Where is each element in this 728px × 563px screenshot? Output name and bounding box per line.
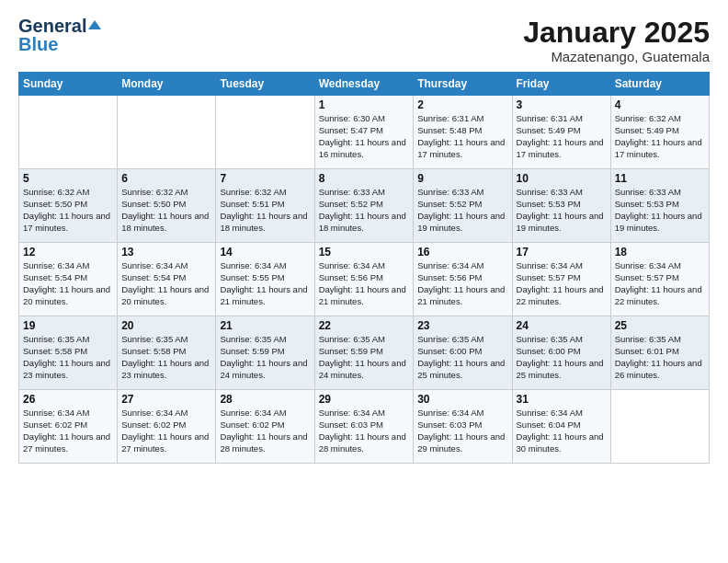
table-row: 15Sunrise: 6:34 AM Sunset: 5:56 PM Dayli… [314, 243, 414, 316]
day-info: Sunrise: 6:34 AM Sunset: 5:54 PM Dayligh… [23, 260, 113, 307]
table-row: 7Sunrise: 6:32 AM Sunset: 5:51 PM Daylig… [216, 169, 314, 243]
day-info: Sunrise: 6:35 AM Sunset: 5:59 PM Dayligh… [220, 334, 310, 381]
table-row: 17Sunrise: 6:34 AM Sunset: 5:57 PM Dayli… [512, 243, 610, 316]
table-row: 29Sunrise: 6:34 AM Sunset: 6:03 PM Dayli… [314, 390, 414, 464]
table-row: 3Sunrise: 6:31 AM Sunset: 5:49 PM Daylig… [512, 96, 610, 169]
calendar-table: Sunday Monday Tuesday Wednesday Thursday… [18, 72, 710, 464]
table-row: 25Sunrise: 6:35 AM Sunset: 6:01 PM Dayli… [610, 316, 709, 390]
day-number: 13 [121, 246, 211, 259]
table-row: 20Sunrise: 6:35 AM Sunset: 5:58 PM Dayli… [118, 316, 216, 390]
day-info: Sunrise: 6:33 AM Sunset: 5:52 PM Dayligh… [319, 187, 410, 234]
day-number: 16 [417, 246, 507, 259]
table-row: 11Sunrise: 6:33 AM Sunset: 5:53 PM Dayli… [610, 169, 709, 243]
calendar-week-row: 1Sunrise: 6:30 AM Sunset: 5:47 PM Daylig… [19, 96, 710, 169]
day-number: 10 [517, 172, 607, 185]
table-row: 19Sunrise: 6:35 AM Sunset: 5:58 PM Dayli… [19, 316, 118, 390]
day-info: Sunrise: 6:35 AM Sunset: 5:59 PM Dayligh… [319, 334, 410, 381]
table-row [19, 96, 118, 169]
day-number: 2 [417, 98, 507, 111]
day-info: Sunrise: 6:33 AM Sunset: 5:53 PM Dayligh… [517, 187, 607, 234]
logo-blue-text: Blue [18, 35, 58, 53]
day-number: 21 [220, 319, 310, 332]
logo-general: General [18, 17, 86, 35]
day-info: Sunrise: 6:33 AM Sunset: 5:52 PM Dayligh… [417, 187, 507, 234]
table-row [610, 390, 709, 464]
header: General Blue January 2025 Mazatenango, G… [18, 17, 710, 64]
day-number: 27 [121, 393, 211, 406]
day-info: Sunrise: 6:32 AM Sunset: 5:49 PM Dayligh… [615, 113, 705, 160]
day-info: Sunrise: 6:34 AM Sunset: 5:55 PM Dayligh… [220, 260, 310, 307]
day-info: Sunrise: 6:35 AM Sunset: 5:58 PM Dayligh… [23, 334, 113, 381]
day-info: Sunrise: 6:32 AM Sunset: 5:50 PM Dayligh… [121, 187, 211, 234]
calendar-week-row: 12Sunrise: 6:34 AM Sunset: 5:54 PM Dayli… [19, 243, 710, 316]
day-number: 3 [517, 98, 607, 111]
table-row: 22Sunrise: 6:35 AM Sunset: 5:59 PM Dayli… [314, 316, 414, 390]
day-info: Sunrise: 6:35 AM Sunset: 6:00 PM Dayligh… [517, 334, 607, 381]
table-row: 1Sunrise: 6:30 AM Sunset: 5:47 PM Daylig… [314, 96, 414, 169]
day-number: 7 [220, 172, 310, 185]
day-info: Sunrise: 6:34 AM Sunset: 5:56 PM Dayligh… [417, 260, 507, 307]
day-number: 12 [23, 246, 113, 259]
day-info: Sunrise: 6:35 AM Sunset: 6:00 PM Dayligh… [417, 334, 507, 381]
day-info: Sunrise: 6:35 AM Sunset: 5:58 PM Dayligh… [121, 334, 211, 381]
day-info: Sunrise: 6:30 AM Sunset: 5:47 PM Dayligh… [319, 113, 410, 160]
table-row: 13Sunrise: 6:34 AM Sunset: 5:54 PM Dayli… [118, 243, 216, 316]
day-info: Sunrise: 6:34 AM Sunset: 5:57 PM Dayligh… [517, 260, 607, 307]
table-row: 5Sunrise: 6:32 AM Sunset: 5:50 PM Daylig… [19, 169, 118, 243]
day-number: 25 [615, 319, 705, 332]
day-number: 30 [417, 393, 507, 406]
day-info: Sunrise: 6:32 AM Sunset: 5:50 PM Dayligh… [23, 187, 113, 234]
day-number: 15 [319, 246, 410, 259]
table-row [216, 96, 314, 169]
logo-text: General [18, 17, 101, 35]
day-number: 29 [319, 393, 410, 406]
table-row: 12Sunrise: 6:34 AM Sunset: 5:54 PM Dayli… [19, 243, 118, 316]
table-row: 18Sunrise: 6:34 AM Sunset: 5:57 PM Dayli… [610, 243, 709, 316]
page: General Blue January 2025 Mazatenango, G… [0, 0, 728, 563]
table-row: 21Sunrise: 6:35 AM Sunset: 5:59 PM Dayli… [216, 316, 314, 390]
table-row: 4Sunrise: 6:32 AM Sunset: 5:49 PM Daylig… [610, 96, 709, 169]
col-sunday: Sunday [19, 73, 118, 96]
day-number: 5 [23, 172, 113, 185]
table-row: 23Sunrise: 6:35 AM Sunset: 6:00 PM Dayli… [414, 316, 512, 390]
day-number: 23 [417, 319, 507, 332]
page-title: January 2025 [523, 17, 710, 49]
col-friday: Friday [512, 73, 610, 96]
day-info: Sunrise: 6:34 AM Sunset: 6:03 PM Dayligh… [319, 408, 410, 454]
logo: General Blue [18, 17, 101, 53]
col-monday: Monday [118, 73, 216, 96]
day-info: Sunrise: 6:34 AM Sunset: 6:02 PM Dayligh… [220, 408, 310, 454]
day-info: Sunrise: 6:34 AM Sunset: 5:57 PM Dayligh… [615, 260, 705, 307]
calendar-week-row: 5Sunrise: 6:32 AM Sunset: 5:50 PM Daylig… [19, 169, 710, 243]
col-wednesday: Wednesday [314, 73, 414, 96]
col-tuesday: Tuesday [216, 73, 314, 96]
day-number: 20 [121, 319, 211, 332]
day-info: Sunrise: 6:34 AM Sunset: 5:54 PM Dayligh… [121, 260, 211, 307]
logo-icon [88, 18, 101, 31]
day-info: Sunrise: 6:32 AM Sunset: 5:51 PM Dayligh… [220, 187, 310, 234]
day-number: 17 [517, 246, 607, 259]
table-row: 14Sunrise: 6:34 AM Sunset: 5:55 PM Dayli… [216, 243, 314, 316]
table-row: 31Sunrise: 6:34 AM Sunset: 6:04 PM Dayli… [512, 390, 610, 464]
table-row: 6Sunrise: 6:32 AM Sunset: 5:50 PM Daylig… [118, 169, 216, 243]
calendar-header-row: Sunday Monday Tuesday Wednesday Thursday… [19, 73, 710, 96]
day-number: 22 [319, 319, 410, 332]
table-row: 16Sunrise: 6:34 AM Sunset: 5:56 PM Dayli… [414, 243, 512, 316]
col-saturday: Saturday [610, 73, 709, 96]
day-number: 9 [417, 172, 507, 185]
day-number: 24 [517, 319, 607, 332]
day-info: Sunrise: 6:33 AM Sunset: 5:53 PM Dayligh… [615, 187, 705, 234]
day-number: 11 [615, 172, 705, 185]
table-row: 8Sunrise: 6:33 AM Sunset: 5:52 PM Daylig… [314, 169, 414, 243]
table-row: 2Sunrise: 6:31 AM Sunset: 5:48 PM Daylig… [414, 96, 512, 169]
day-number: 6 [121, 172, 211, 185]
table-row: 30Sunrise: 6:34 AM Sunset: 6:03 PM Dayli… [414, 390, 512, 464]
calendar-week-row: 19Sunrise: 6:35 AM Sunset: 5:58 PM Dayli… [19, 316, 710, 390]
col-thursday: Thursday [414, 73, 512, 96]
table-row: 26Sunrise: 6:34 AM Sunset: 6:02 PM Dayli… [19, 390, 118, 464]
table-row: 9Sunrise: 6:33 AM Sunset: 5:52 PM Daylig… [414, 169, 512, 243]
table-row: 27Sunrise: 6:34 AM Sunset: 6:02 PM Dayli… [118, 390, 216, 464]
day-number: 19 [23, 319, 113, 332]
day-number: 14 [220, 246, 310, 259]
svg-marker-0 [88, 20, 101, 29]
